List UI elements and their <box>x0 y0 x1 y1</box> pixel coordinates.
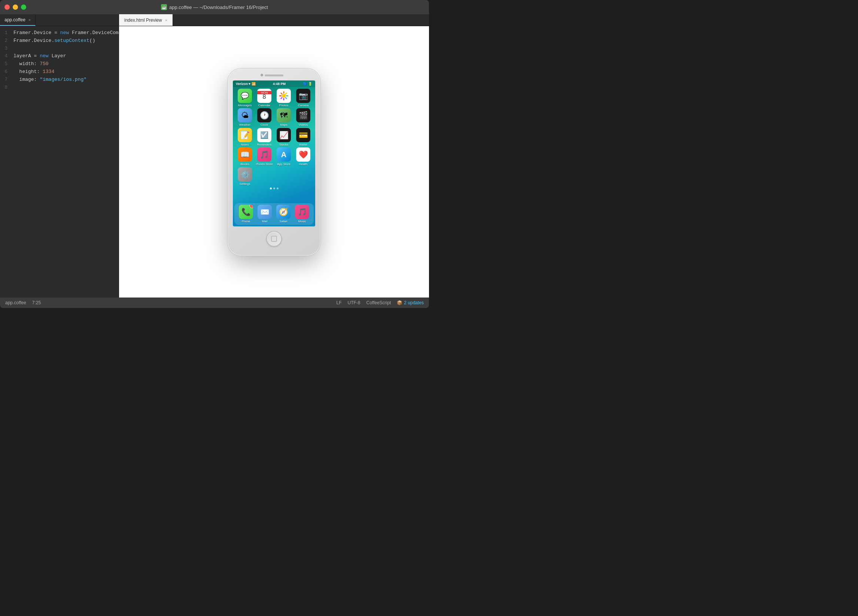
editor-tabs-bar: app.coffee × <box>0 14 119 26</box>
iphone-mockup: Verizon ▾ 📶 4:48 PM 🔵 🔋 <box>228 68 320 256</box>
app-icon-health: ❤️ <box>296 147 310 162</box>
ios-screen: Verizon ▾ 📶 4:48 PM 🔵 🔋 <box>233 81 315 227</box>
list-item[interactable]: ❤️ Health <box>295 147 312 166</box>
list-item[interactable]: 🗺 Maps <box>275 108 292 127</box>
statusbar-position: 7:25 <box>32 300 41 306</box>
app-icon-stocks: 📈 <box>277 128 291 142</box>
maximize-button[interactable] <box>21 5 26 10</box>
page-dot-3 <box>277 188 278 189</box>
tab-preview[interactable]: index.html Preview × <box>119 14 173 26</box>
list-item[interactable]: 🎵 Music <box>294 205 311 223</box>
statusbar-encoding: LF <box>336 300 341 306</box>
list-item[interactable]: A App Store <box>275 147 292 166</box>
list-item[interactable]: Photos <box>275 89 292 107</box>
list-item[interactable]: ✉️ Mail <box>256 205 273 223</box>
code-line-3: 3 <box>0 45 119 53</box>
app-icon-ibooks: 📖 <box>238 147 252 162</box>
statusbar-right: LF UTF-8 CoffeeScript 📦 2 updates <box>336 300 424 306</box>
ios-statusbar: Verizon ▾ 📶 4:48 PM 🔵 🔋 <box>233 81 315 87</box>
ios-app-row-4: 📖 iBooks 🎵 iTunes Store A App Store <box>235 147 313 166</box>
list-item[interactable]: 🎬 Videos <box>295 108 312 127</box>
statusbar-charset: UTF-8 <box>347 300 360 306</box>
tab-close-button[interactable]: × <box>28 18 31 22</box>
list-item[interactable]: 💬 Messages <box>236 89 253 107</box>
code-editor[interactable]: 1 Framer.Device = new Framer.DeviceCompo… <box>0 26 119 298</box>
statusbar-language: CoffeeScript <box>366 300 391 306</box>
app-icon-calendar: MON8 <box>257 89 271 103</box>
page-dots <box>235 188 313 189</box>
tab-app-coffee[interactable]: app.coffee × <box>0 14 36 26</box>
list-item[interactable]: 🕐 Clock <box>256 108 273 127</box>
svg-line-6 <box>286 97 287 98</box>
app-icon-wallet: 💳 <box>296 128 310 142</box>
svg-line-5 <box>281 93 282 94</box>
app-icon-photos <box>277 89 291 103</box>
titlebar: ☕ app.coffee — ~/Downloads/Framer 16/Pro… <box>0 0 429 14</box>
empty-slot-2 <box>275 167 292 186</box>
app-icon-messages: 💬 <box>238 89 252 103</box>
code-line-7: 7 image: "images/ios.png" <box>0 76 119 84</box>
home-button-inner <box>271 236 277 242</box>
svg-point-0 <box>282 94 286 98</box>
page-dot-2 <box>273 188 275 189</box>
ios-app-row-5: ⚙️ Settings <box>235 167 313 186</box>
iphone-bottom <box>232 227 316 251</box>
ios-app-row-2: 🌤 Weather 🕐 Clock 🗺 Maps <box>235 108 313 127</box>
app-icon-camera: 📷 <box>296 89 310 103</box>
code-line-1: 1 Framer.Device = new Framer.DeviceCompo… <box>0 29 119 37</box>
home-button[interactable] <box>266 231 282 247</box>
list-item[interactable]: ☑️ Reminders <box>256 128 273 147</box>
empty-slot-3 <box>295 167 312 186</box>
app-icon: ☕ <box>161 4 167 10</box>
updates-button[interactable]: 📦 2 updates <box>397 300 424 306</box>
list-item[interactable]: 📖 iBooks <box>236 147 253 166</box>
minimize-button[interactable] <box>13 5 18 10</box>
app-icon-videos: 🎬 <box>296 108 310 123</box>
list-item[interactable]: 📈 Stocks <box>275 128 292 147</box>
editor-pane: app.coffee × 1 Framer.Device = new Frame… <box>0 14 119 298</box>
list-item[interactable]: 🌤 Weather <box>236 108 253 127</box>
traffic-lights <box>5 5 26 10</box>
statusbar: app.coffee 7:25 LF UTF-8 CoffeeScript 📦 … <box>0 298 429 308</box>
preview-content: Verizon ▾ 📶 4:48 PM 🔵 🔋 <box>119 26 429 298</box>
ios-apps-grid: 💬 Messages MON8 Calendar <box>233 87 315 203</box>
list-item[interactable]: 📝 Notes <box>236 128 253 147</box>
svg-line-8 <box>281 97 282 98</box>
list-item[interactable]: ⚙️ Settings <box>236 167 253 186</box>
iphone-screen: Verizon ▾ 📶 4:48 PM 🔵 🔋 <box>233 81 315 227</box>
list-item[interactable]: MON8 Calendar <box>256 89 273 107</box>
app-icon-music: 🎵 <box>295 205 309 219</box>
app-icon-clock: 🕐 <box>257 108 271 123</box>
app-icon-weather: 🌤 <box>238 108 252 123</box>
list-item[interactable]: 💳 Wallet <box>295 128 312 147</box>
code-line-6: 6 height: 1334 <box>0 68 119 76</box>
page-dot-1 <box>270 188 272 189</box>
code-line-4: 4 layerA = new Layer <box>0 53 119 60</box>
preview-tabs-bar: index.html Preview × <box>119 14 429 26</box>
close-button[interactable] <box>5 5 10 10</box>
list-item[interactable]: 🧭 Safari <box>275 205 292 223</box>
app-icon-maps: 🗺 <box>277 108 291 123</box>
code-line-8: 8 <box>0 84 119 92</box>
front-camera <box>261 74 263 76</box>
ios-dock: 📞 1 Phone ✉️ Mail 🧭 Saf <box>234 203 314 225</box>
list-item[interactable]: 🎵 iTunes Store <box>256 147 273 166</box>
empty-slot-1 <box>256 167 273 186</box>
app-icon-phone: 📞 1 <box>239 205 253 219</box>
statusbar-filename: app.coffee <box>5 300 26 306</box>
preview-pane: index.html Preview × Verizon <box>119 14 429 298</box>
preview-tab-close-button[interactable]: × <box>165 18 167 22</box>
main-content: app.coffee × 1 Framer.Device = new Frame… <box>0 14 429 298</box>
app-icon-mail: ✉️ <box>258 205 272 219</box>
code-line-2: 2 Framer.Device.setupContext() <box>0 37 119 45</box>
statusbar-left: app.coffee 7:25 <box>5 300 41 306</box>
badge-phone: 1 <box>250 205 253 208</box>
speaker <box>265 74 283 76</box>
app-icon-itunes: 🎵 <box>257 147 271 162</box>
list-item[interactable]: 📞 1 Phone <box>237 205 255 223</box>
app-icon-settings: ⚙️ <box>238 167 252 182</box>
code-line-5: 5 width: 750 <box>0 60 119 68</box>
ios-app-row-3: 📝 Notes ☑️ Reminders 📈 Stocks <box>235 128 313 147</box>
list-item[interactable]: 📷 Camera <box>295 89 312 107</box>
app-icon-safari: 🧭 <box>276 205 291 219</box>
